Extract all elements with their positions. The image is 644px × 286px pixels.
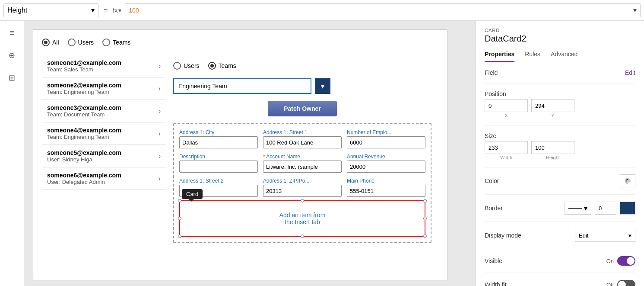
list-item-text-2: someone2@example.com Team: Engineering T…: [47, 82, 121, 95]
handle-tr[interactable]: [423, 199, 427, 202]
sidebar-icons: ≡ ⊕ ⊞: [0, 21, 24, 286]
canvas-area: All Users Teams someone1@example.c: [24, 21, 476, 286]
position-y-input[interactable]: [531, 99, 574, 112]
size-height-input[interactable]: [531, 141, 574, 154]
visible-toggle[interactable]: [617, 256, 635, 266]
form-field-employees-input[interactable]: [347, 136, 425, 148]
tab-advanced[interactable]: Advanced: [551, 47, 577, 62]
app-canvas: All Users Teams someone1@example.c: [33, 29, 447, 280]
form-grid: Address 1: City Address 1: Street 1 Numb…: [179, 129, 425, 197]
color-picker-button[interactable]: [620, 174, 635, 187]
svg-point-1: [626, 181, 627, 183]
position-x-group: X: [485, 99, 528, 118]
handle-tl[interactable]: [178, 199, 181, 202]
form-field-account-name-input[interactable]: [263, 161, 342, 173]
display-mode-chevron: ▾: [628, 232, 631, 239]
radio-all-label: All: [52, 39, 59, 46]
height-select-chevron: ▾: [91, 6, 95, 14]
position-x-input[interactable]: [485, 99, 528, 112]
radio-all-circle: [42, 39, 50, 46]
properties-panel: CARD DataCard2 Properties Rules Advanced…: [476, 21, 644, 286]
size-inputs: Width Height: [485, 141, 635, 160]
menu-icon[interactable]: ≡: [5, 26, 19, 40]
tab-rules[interactable]: Rules: [525, 47, 540, 62]
svg-point-0: [626, 180, 627, 181]
handle-tm[interactable]: [301, 199, 304, 202]
handle-br[interactable]: [423, 235, 427, 238]
tab-properties[interactable]: Properties: [485, 47, 514, 62]
formula-dropdown-chevron[interactable]: ▾: [633, 6, 637, 14]
formula-bar[interactable]: 100 ▾: [125, 3, 641, 17]
width-fit-state-label: Off: [606, 282, 614, 286]
size-height-group: Height: [531, 141, 574, 160]
card-radio-teams[interactable]: Teams: [208, 62, 236, 70]
field-edit-link[interactable]: Edit: [625, 69, 635, 76]
handle-bl[interactable]: [178, 235, 181, 238]
radio-teams[interactable]: Teams: [102, 39, 130, 46]
form-field-street1-input[interactable]: [263, 136, 342, 148]
form-field-zip: Address 1: ZIP/Po...: [263, 178, 342, 197]
border-label: Border: [485, 205, 503, 212]
selected-card[interactable]: Card Add an item fromthe Insert tab: [179, 200, 425, 237]
height-select[interactable]: Height ▾: [3, 3, 98, 17]
position-y-label: Y: [531, 113, 574, 118]
top-radio-group: All Users Teams: [42, 39, 438, 46]
divider-5: [485, 222, 635, 222]
divider-3: [485, 167, 635, 167]
width-fit-toggle[interactable]: [617, 280, 635, 286]
list-item-team-6: User: Delegated Admin: [47, 179, 121, 185]
display-mode-value: Edit: [579, 232, 588, 239]
border-style-dropdown[interactable]: —— ▾: [565, 202, 591, 215]
list-item-3[interactable]: someone3@example.com Team: Document Team…: [42, 100, 166, 122]
form-field-employees: Number of Emplo...: [347, 129, 425, 148]
list-item-5[interactable]: someone5@example.com User: Sidney Higa ›: [42, 145, 166, 167]
radio-teams-label: Teams: [113, 39, 130, 46]
list-item-4[interactable]: someone4@example.com Team: Engineering T…: [42, 122, 166, 145]
form-field-zip-label: Address 1: ZIP/Po...: [263, 178, 342, 184]
border-width-input[interactable]: [595, 202, 616, 215]
layers-icon[interactable]: ⊕: [5, 48, 19, 62]
display-mode-dropdown[interactable]: Edit ▾: [575, 229, 635, 242]
list-item[interactable]: someone1@example.com Team: Sales Team ›: [42, 55, 166, 77]
form-field-zip-input[interactable]: [263, 185, 342, 197]
add-item-text: Add an item fromthe Insert tab: [184, 205, 421, 232]
formula-value: 100: [129, 7, 139, 14]
panel-card-label: CARD: [485, 28, 635, 33]
visible-state-label: On: [606, 258, 614, 264]
form-field-phone-label: Main Phone: [347, 178, 425, 184]
patch-owner-button[interactable]: Patch Owner: [268, 101, 337, 116]
card-radio-users[interactable]: Users: [173, 62, 200, 70]
form-field-revenue-input[interactable]: [347, 161, 425, 173]
divider-2: [485, 125, 635, 125]
position-label: Position: [485, 90, 635, 97]
field-label: Field: [485, 69, 498, 76]
form-field-phone: Main Phone: [347, 178, 425, 197]
form-field-city-input[interactable]: [179, 136, 258, 148]
form-field-street1-label: Address 1: Street 1: [263, 129, 342, 135]
dropdown-arrow-btn[interactable]: ▾: [315, 78, 330, 94]
radio-users[interactable]: Users: [68, 39, 94, 46]
form-field-phone-input[interactable]: [347, 185, 425, 197]
fx-button[interactable]: fx ▾: [113, 7, 121, 14]
list-chevron-4: ›: [159, 130, 161, 138]
list-chevron-5: ›: [159, 152, 161, 160]
list-chevron-6: ›: [159, 175, 161, 183]
list-item-2[interactable]: someone2@example.com Team: Engineering T…: [42, 77, 166, 100]
color-label: Color: [485, 177, 499, 184]
list-item-6[interactable]: someone6@example.com User: Delegated Adm…: [42, 167, 166, 190]
border-color-swatch[interactable]: [620, 202, 635, 215]
handle-bm[interactable]: [301, 235, 304, 238]
form-field-street2-label: Address 1: Street 2: [179, 178, 258, 184]
team-dropdown[interactable]: Engineering Team: [173, 78, 311, 94]
top-bar: Height ▾ = fx ▾ 100 ▾: [0, 0, 644, 21]
canvas-content: someone1@example.com Team: Sales Team › …: [42, 55, 438, 250]
form-field-description-input[interactable]: [179, 161, 258, 173]
components-icon[interactable]: ⊞: [5, 71, 19, 85]
radio-all[interactable]: All: [42, 39, 59, 46]
handle-mr[interactable]: [423, 217, 427, 220]
svg-point-2: [627, 179, 628, 180]
size-width-input[interactable]: [485, 141, 528, 154]
handle-ml[interactable]: [178, 217, 181, 220]
form-field-account-name: * Account Name: [263, 154, 342, 173]
position-row: Position X Y: [485, 90, 635, 118]
